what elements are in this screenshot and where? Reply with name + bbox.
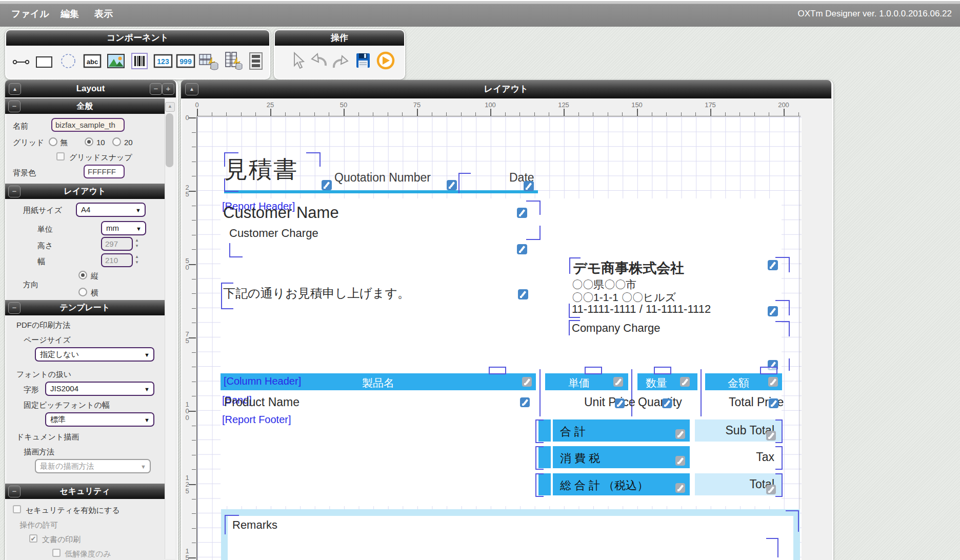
barcode-tool-icon[interactable] bbox=[131, 52, 148, 70]
field-edit-icon[interactable] bbox=[769, 398, 778, 408]
layout-panel-scrollbar[interactable] bbox=[165, 98, 175, 559]
field-edit-icon[interactable] bbox=[524, 181, 534, 191]
company-name-field[interactable]: デモ商事株式会社 bbox=[573, 259, 684, 277]
column-datasource-tool-icon[interactable] bbox=[224, 51, 243, 71]
customer-charge-field[interactable]: Customer Charge bbox=[229, 227, 318, 240]
security-enable-checkbox[interactable] bbox=[13, 505, 21, 513]
field-edit-icon[interactable] bbox=[675, 483, 685, 493]
field-edit-icon[interactable] bbox=[680, 377, 690, 387]
width-spin-down[interactable]: ▼ bbox=[135, 261, 139, 265]
field-edit-icon[interactable] bbox=[662, 398, 672, 408]
report-footer-tag[interactable]: [Report Footer] bbox=[222, 414, 291, 426]
field-edit-icon[interactable] bbox=[520, 397, 530, 407]
col-unit-price-header[interactable]: 単価 bbox=[568, 376, 590, 390]
menu-view[interactable]: 表示 bbox=[94, 8, 113, 20]
name-input[interactable]: bizfax_sample_th bbox=[51, 118, 125, 132]
selection-handle[interactable] bbox=[489, 367, 506, 374]
pdf-print-label: PDFの印刷方法 bbox=[16, 321, 70, 330]
bg-color-input[interactable]: FFFFFF bbox=[84, 165, 125, 178]
band-unit-price-field[interactable]: Unit Price bbox=[584, 395, 635, 409]
col-amount-header[interactable]: 金額 bbox=[728, 376, 749, 390]
lowres-checkbox[interactable] bbox=[52, 549, 61, 557]
paper-size-select[interactable]: A4 ▼ bbox=[76, 203, 146, 217]
rectangle-tool-icon[interactable] bbox=[35, 53, 53, 71]
select-tool-icon[interactable] bbox=[288, 51, 306, 70]
selection-bracket bbox=[535, 473, 544, 497]
general-collapse-button[interactable]: − bbox=[8, 101, 21, 112]
draw-method-select[interactable]: 最新の描画方法 ▼ bbox=[35, 459, 151, 473]
column-header-tag[interactable]: [Column Header] bbox=[224, 375, 301, 387]
scroll-up-button[interactable]: ▲ bbox=[165, 102, 175, 112]
security-collapse-button[interactable]: − bbox=[8, 486, 21, 497]
field-edit-icon[interactable] bbox=[768, 377, 778, 387]
field-edit-icon[interactable] bbox=[766, 431, 776, 441]
redo-icon[interactable] bbox=[331, 53, 350, 72]
grid-radio-none[interactable] bbox=[49, 137, 57, 146]
greeting-text[interactable]: 下記の通りお見積申し上げます。 bbox=[223, 285, 410, 302]
layout-panel-minus-button[interactable]: − bbox=[150, 83, 162, 95]
currency-field-tool-icon[interactable]: 999 bbox=[176, 53, 195, 69]
undo-icon[interactable] bbox=[309, 51, 329, 70]
field-edit-icon[interactable] bbox=[522, 377, 532, 387]
company-charge-field[interactable]: Company Charge bbox=[572, 322, 660, 335]
height-input[interactable]: 297 bbox=[101, 237, 133, 251]
tax-label: 消 費 税 bbox=[560, 451, 600, 466]
height-spin-up[interactable]: ▲ bbox=[135, 238, 139, 243]
grid-snap-checkbox[interactable] bbox=[56, 152, 65, 161]
menu-file[interactable]: ファイル bbox=[11, 8, 49, 20]
page-size-select[interactable]: 指定しない ▼ bbox=[35, 347, 154, 362]
width-spin-up[interactable]: ▲ bbox=[135, 255, 139, 259]
title-underline[interactable] bbox=[224, 190, 538, 193]
image-tool-icon[interactable] bbox=[107, 53, 125, 69]
field-edit-icon[interactable] bbox=[518, 289, 528, 299]
field-edit-icon[interactable] bbox=[322, 180, 332, 190]
print-checkbox[interactable]: ✔ bbox=[29, 534, 37, 543]
height-spin-down[interactable]: ▼ bbox=[135, 244, 139, 248]
customer-name-field[interactable]: Customer Name bbox=[223, 204, 339, 222]
orientation-landscape-radio[interactable] bbox=[78, 288, 87, 296]
selection-handle[interactable] bbox=[760, 367, 777, 374]
col-product-header[interactable]: 製品名 bbox=[362, 376, 394, 390]
field-edit-icon[interactable] bbox=[517, 244, 527, 254]
scrollbar-thumb[interactable] bbox=[166, 113, 173, 167]
orientation-portrait-radio[interactable] bbox=[78, 271, 87, 279]
band-qty-field[interactable]: Quantity bbox=[638, 395, 682, 409]
width-input[interactable]: 210 bbox=[101, 253, 133, 267]
template-collapse-button[interactable]: − bbox=[8, 302, 21, 314]
field-edit-icon[interactable] bbox=[447, 180, 457, 190]
col-qty-header[interactable]: 数量 bbox=[646, 376, 667, 390]
number-field-tool-icon[interactable]: 123 bbox=[153, 53, 173, 69]
canvas-collapse-button[interactable]: ▲ bbox=[185, 83, 198, 95]
company-tel-field[interactable]: 11-1111-1111 / 11-1111-1112 bbox=[572, 303, 711, 316]
selection-handle[interactable] bbox=[654, 367, 671, 374]
quotation-number-field[interactable]: Quotation Number bbox=[334, 171, 431, 185]
list-tool-icon[interactable] bbox=[248, 52, 264, 70]
remarks-field[interactable]: Remarks bbox=[232, 518, 277, 532]
glyph-select[interactable]: JIS2004 ▼ bbox=[45, 382, 154, 396]
grid-radio-20[interactable] bbox=[112, 137, 121, 146]
save-icon[interactable] bbox=[354, 51, 372, 70]
field-edit-icon[interactable] bbox=[613, 377, 623, 387]
text-tool-icon[interactable]: abc bbox=[83, 53, 102, 69]
selection-bracket bbox=[224, 152, 238, 167]
selection-handle[interactable] bbox=[585, 367, 602, 374]
company-addr1-field[interactable]: 〇〇県〇〇市 bbox=[572, 277, 636, 292]
export-run-icon[interactable] bbox=[376, 51, 395, 70]
band-product-field[interactable]: Product Name bbox=[224, 395, 299, 409]
fixed-pitch-select[interactable]: 標準 ▼ bbox=[45, 412, 154, 427]
field-edit-icon[interactable] bbox=[615, 398, 625, 408]
field-edit-icon[interactable] bbox=[675, 429, 685, 439]
unit-select[interactable]: mm ▼ bbox=[101, 221, 146, 235]
layout-collapse-button[interactable]: − bbox=[8, 186, 21, 197]
layout-panel-plus-button[interactable]: + bbox=[162, 83, 174, 95]
table-datasource-tool-icon[interactable] bbox=[198, 52, 219, 71]
menu-edit[interactable]: 編集 bbox=[61, 8, 79, 20]
field-edit-icon[interactable] bbox=[766, 485, 776, 494]
line-tool-icon[interactable] bbox=[12, 53, 30, 71]
security-section-title: セキュリティ bbox=[59, 487, 110, 495]
grid-radio-10[interactable] bbox=[85, 137, 93, 146]
field-edit-icon[interactable] bbox=[675, 456, 685, 466]
ellipse-tool-icon[interactable] bbox=[59, 52, 77, 70]
field-edit-icon[interactable] bbox=[517, 208, 527, 218]
layout-panel-collapse-button[interactable]: ▲ bbox=[9, 83, 21, 95]
